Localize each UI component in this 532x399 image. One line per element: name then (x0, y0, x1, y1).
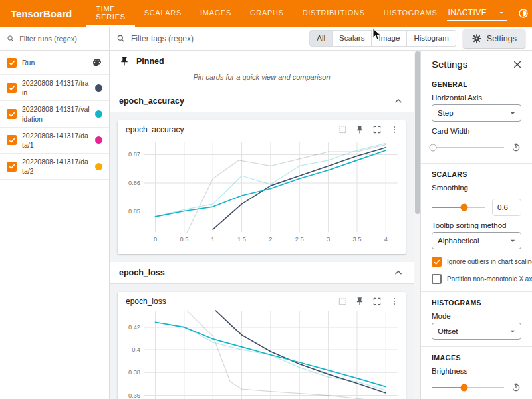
reload-status-dropdown[interactable]: INACTIVE (447, 6, 507, 21)
settings-section-histograms: HISTOGRAMS Mode Offset (421, 291, 532, 346)
pinned-header: Pinned (110, 51, 414, 72)
svg-text:0.4: 0.4 (132, 347, 140, 354)
fit-domain-icon[interactable] (338, 125, 347, 134)
filter-all-button[interactable]: All (309, 30, 332, 47)
brightness-reset-button[interactable] (511, 382, 521, 393)
scrollbar-thumb[interactable] (415, 51, 420, 214)
reset-icon (511, 142, 521, 153)
tab-scalars[interactable]: SCALARS (135, 0, 191, 27)
section-heading: IMAGES (432, 354, 521, 362)
filter-image-button[interactable]: Image (372, 30, 407, 47)
slider-thumb[interactable] (461, 384, 468, 392)
svg-text:3: 3 (327, 236, 330, 243)
run-row-data-2[interactable]: 20220808-141317/data/2 (0, 154, 109, 180)
run-color-dot (95, 84, 102, 92)
settings-button-label: Settings (487, 34, 517, 43)
section-title: epoch_loss (119, 268, 165, 277)
fit-domain-icon[interactable] (338, 297, 347, 306)
plugin-filter-group: All Scalars Image Histogram (309, 30, 456, 47)
partition-x-axis-row[interactable]: Partition non-monotonic X axis (432, 274, 521, 284)
kebab-menu-icon[interactable] (390, 125, 399, 134)
filter-scalars-button[interactable]: Scalars (332, 30, 372, 47)
card-title: epoch_loss (126, 297, 166, 306)
chevron-down-icon (507, 235, 518, 246)
settings-toggle-button[interactable]: Settings (463, 29, 525, 48)
smoothing-input[interactable] (492, 199, 521, 216)
svg-text:0.38: 0.38 (128, 370, 140, 376)
close-icon (512, 59, 523, 70)
pin-card-icon[interactable] (355, 125, 364, 134)
ignore-outliers-row[interactable]: Ignore outliers in chart scaling (432, 257, 521, 267)
collapse-section-icon[interactable] (392, 267, 404, 279)
run-row-validation[interactable]: 20220808-141317/validation (0, 101, 109, 127)
run-checkbox[interactable] (7, 109, 17, 119)
epoch-loss-chart[interactable]: 00.511.522.533.540.360.380.40.42 (118, 308, 406, 399)
histogram-mode-select[interactable]: Offset (432, 323, 521, 340)
search-icon (116, 34, 126, 43)
tooltip-sorting-value: Alphabetical (438, 237, 479, 245)
brightness-label: Brightness (432, 367, 521, 375)
chevron-down-icon (507, 108, 518, 118)
section-body: epoch_loss 00.511.522.533.540.360.380.40… (110, 284, 414, 399)
cards-scroll-area: Pinned Pin cards for a quick view and co… (110, 51, 414, 399)
tab-graphs[interactable]: GRAPHS (241, 0, 293, 27)
svg-text:1: 1 (211, 236, 215, 243)
svg-text:0: 0 (154, 236, 157, 243)
tab-time-series[interactable]: TIME SERIES (86, 0, 135, 27)
card-width-reset-button[interactable] (511, 142, 521, 153)
tooltip-sorting-select[interactable]: Alphabetical (432, 232, 521, 249)
settings-section-scalars: SCALARS Smoothing Tooltip sorting method… (421, 163, 532, 291)
slider-thumb[interactable] (460, 204, 467, 211)
tab-histograms[interactable]: HISTOGRAMS (374, 0, 447, 27)
tab-distributions[interactable]: DISTRIBUTIONS (293, 0, 374, 27)
svg-text:0.42: 0.42 (128, 324, 140, 331)
run-checkbox[interactable] (7, 162, 17, 172)
run-checkbox[interactable] (7, 135, 17, 145)
horizontal-axis-label: Horizontal Axis (432, 94, 521, 102)
collapse-section-icon[interactable] (392, 95, 404, 107)
epoch-accuracy-chart[interactable]: 00.511.522.533.540.850.860.87 (118, 136, 406, 254)
fullscreen-icon[interactable] (372, 297, 382, 306)
svg-text:2: 2 (269, 236, 272, 243)
run-label: 20220808-141317/validation (22, 104, 90, 123)
histogram-mode-label: Mode (432, 312, 521, 320)
kebab-menu-icon[interactable] (390, 297, 399, 306)
run-checkbox[interactable] (7, 83, 17, 93)
card-width-slider[interactable] (432, 147, 504, 148)
run-color-dot (95, 136, 102, 144)
tags-filter-input[interactable] (131, 34, 303, 43)
run-label: 20220808-141317/train (22, 78, 90, 97)
check-icon (8, 110, 16, 118)
pinned-section: Pinned Pin cards for a quick view and co… (110, 51, 414, 90)
section-header-epoch-accuracy[interactable]: epoch_accuracy (110, 90, 414, 112)
fullscreen-icon[interactable] (372, 125, 382, 134)
run-label: 20220808-141317/data/1 (22, 131, 90, 150)
filter-histogram-button[interactable]: Histogram (407, 30, 456, 47)
slider-thumb[interactable] (430, 144, 437, 152)
runs-sidebar: Run 20220808-141317/train 20220808-14131… (0, 27, 110, 399)
palette-icon[interactable] (92, 57, 102, 68)
tab-images[interactable]: IMAGES (191, 0, 241, 27)
section-header-epoch-loss[interactable]: epoch_loss (110, 262, 414, 284)
horizontal-axis-select[interactable]: Step (432, 104, 521, 122)
theme-toggle-button[interactable] (515, 5, 531, 21)
runs-filter-input[interactable] (19, 35, 102, 43)
partition-x-axis-checkbox[interactable] (432, 274, 442, 284)
run-row-train[interactable]: 20220808-141317/train (0, 75, 109, 101)
cards-scrollbar[interactable] (414, 51, 420, 399)
select-all-runs-checkbox[interactable] (7, 58, 17, 68)
pin-card-icon[interactable] (355, 297, 364, 306)
histogram-mode-value: Offset (438, 327, 458, 335)
check-icon (8, 84, 16, 92)
brightness-slider[interactable] (432, 387, 504, 388)
close-settings-button[interactable] (512, 59, 523, 70)
smoothing-slider[interactable] (432, 207, 485, 208)
svg-text:0.87: 0.87 (128, 151, 140, 158)
horizontal-axis-value: Step (438, 109, 454, 117)
ignore-outliers-checkbox[interactable] (432, 257, 442, 267)
run-row-data-1[interactable]: 20220808-141317/data/1 (0, 128, 109, 154)
run-list-header[interactable]: Run (0, 51, 109, 75)
svg-text:0.36: 0.36 (128, 392, 140, 399)
section-heading: SCALARS (432, 170, 521, 178)
main-nav: TIME SERIES SCALARS IMAGES GRAPHS DISTRI… (86, 0, 446, 27)
